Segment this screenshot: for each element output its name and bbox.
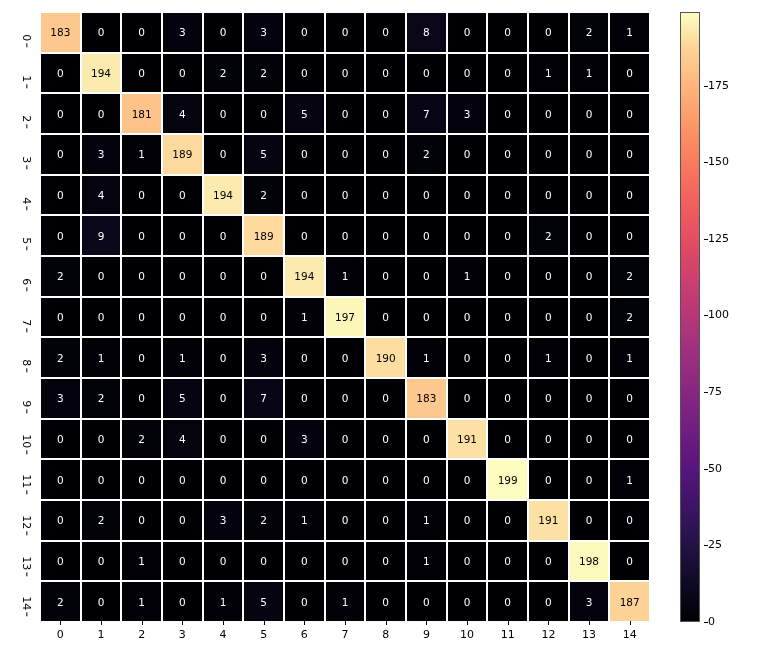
x-tick-label: 7 xyxy=(325,625,366,645)
heatmap-cell: 0 xyxy=(569,337,610,378)
heatmap-cell: 0 xyxy=(406,459,447,500)
heatmap-cell: 0 xyxy=(365,581,406,622)
heatmap-cell: 0 xyxy=(569,419,610,460)
heatmap-cell: 0 xyxy=(406,297,447,338)
heatmap-cell: 191 xyxy=(528,500,569,541)
heatmap-cell: 0 xyxy=(81,419,122,460)
heatmap-cell: 0 xyxy=(528,459,569,500)
heatmap-cell: 0 xyxy=(609,175,650,216)
heatmap-cell: 0 xyxy=(243,419,284,460)
heatmap-cell: 3 xyxy=(243,12,284,53)
heatmap-cell: 0 xyxy=(609,53,650,94)
heatmap-cell: 0 xyxy=(203,134,244,175)
heatmap-cell: 2 xyxy=(243,500,284,541)
x-tick-label: 0 xyxy=(40,625,81,645)
heatmap-cell: 0 xyxy=(284,175,325,216)
heatmap-cell: 0 xyxy=(528,541,569,582)
heatmap-cell: 1 xyxy=(284,297,325,338)
heatmap-cell: 0 xyxy=(487,53,528,94)
heatmap-cell: 0 xyxy=(569,500,610,541)
heatmap-cell: 0 xyxy=(447,378,488,419)
heatmap-cell: 0 xyxy=(609,419,650,460)
heatmap-cell: 0 xyxy=(528,297,569,338)
heatmap-cell: 191 xyxy=(447,419,488,460)
heatmap-cell: 0 xyxy=(487,337,528,378)
heatmap-cell: 0 xyxy=(325,541,366,582)
heatmap-cell: 2 xyxy=(243,53,284,94)
heatmap-cell: 189 xyxy=(162,134,203,175)
y-tick xyxy=(27,409,28,413)
heatmap-cell: 3 xyxy=(447,93,488,134)
x-tick-label: 11 xyxy=(487,625,528,645)
heatmap-cell: 0 xyxy=(40,297,81,338)
heatmap-cell: 0 xyxy=(365,93,406,134)
heatmap-cell: 0 xyxy=(487,12,528,53)
x-tick xyxy=(589,621,590,625)
heatmap-cell: 0 xyxy=(325,459,366,500)
heatmap-cell: 183 xyxy=(406,378,447,419)
colorbar xyxy=(680,12,700,622)
heatmap-cell: 0 xyxy=(609,378,650,419)
heatmap-cell: 0 xyxy=(487,256,528,297)
heatmap-cell: 1 xyxy=(406,541,447,582)
heatmap-cell: 187 xyxy=(609,581,650,622)
heatmap-cell: 0 xyxy=(81,93,122,134)
heatmap-cell: 1 xyxy=(121,134,162,175)
heatmap-cell: 0 xyxy=(325,12,366,53)
heatmap-cell: 0 xyxy=(162,459,203,500)
heatmap-cell: 0 xyxy=(203,297,244,338)
heatmap-cell: 0 xyxy=(243,297,284,338)
heatmap-cell: 0 xyxy=(487,215,528,256)
heatmap-cell: 0 xyxy=(203,378,244,419)
heatmap-cell: 0 xyxy=(365,297,406,338)
heatmap-cell: 0 xyxy=(162,215,203,256)
heatmap-cell: 1 xyxy=(203,581,244,622)
heatmap-cell: 0 xyxy=(609,215,650,256)
x-tick-label: 13 xyxy=(569,625,610,645)
heatmap-cell: 0 xyxy=(528,256,569,297)
x-tick-label: 2 xyxy=(121,625,162,645)
heatmap-cell: 0 xyxy=(487,134,528,175)
heatmap-cell: 0 xyxy=(162,175,203,216)
heatmap-cell: 0 xyxy=(284,459,325,500)
x-tick-label: 8 xyxy=(365,625,406,645)
heatmap-cell: 0 xyxy=(284,337,325,378)
x-tick xyxy=(142,621,143,625)
heatmap-cell: 0 xyxy=(609,541,650,582)
heatmap-cell: 0 xyxy=(569,134,610,175)
heatmap-cell: 0 xyxy=(81,12,122,53)
heatmap-cell: 0 xyxy=(406,53,447,94)
colorbar-tick-label: 150 xyxy=(708,155,729,168)
heatmap-cell: 0 xyxy=(325,337,366,378)
heatmap-cell: 0 xyxy=(284,581,325,622)
heatmap-cell: 0 xyxy=(487,175,528,216)
heatmap-cell: 0 xyxy=(325,215,366,256)
heatmap-cell: 0 xyxy=(487,297,528,338)
heatmap-cell: 0 xyxy=(121,175,162,216)
x-tick xyxy=(60,621,61,625)
heatmap-cell: 0 xyxy=(81,541,122,582)
heatmap-cell: 0 xyxy=(447,337,488,378)
heatmap-cell: 0 xyxy=(447,297,488,338)
heatmap-cell: 2 xyxy=(40,256,81,297)
heatmap-cell: 0 xyxy=(487,419,528,460)
heatmap-cell: 1 xyxy=(121,581,162,622)
x-tick xyxy=(345,621,346,625)
heatmap-cell: 0 xyxy=(365,12,406,53)
heatmap-cell: 0 xyxy=(528,175,569,216)
heatmap-cell: 0 xyxy=(81,459,122,500)
x-tick-label: 10 xyxy=(447,625,488,645)
heatmap-cell: 0 xyxy=(487,378,528,419)
heatmap-cell: 0 xyxy=(162,541,203,582)
heatmap-cell: 0 xyxy=(325,93,366,134)
heatmap-cell: 0 xyxy=(528,419,569,460)
y-tick xyxy=(27,206,28,210)
heatmap-cell: 0 xyxy=(406,256,447,297)
heatmap-cell: 0 xyxy=(162,53,203,94)
heatmap-cell: 0 xyxy=(121,378,162,419)
colorbar-tick xyxy=(704,622,708,623)
heatmap-cell: 1 xyxy=(447,256,488,297)
heatmap-cell: 0 xyxy=(203,256,244,297)
x-tick-label: 14 xyxy=(609,625,650,645)
heatmap-cell: 0 xyxy=(284,12,325,53)
